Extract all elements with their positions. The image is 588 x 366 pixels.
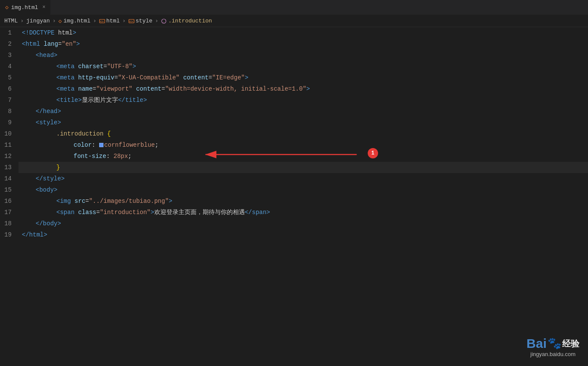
breadcrumb-sep-5: ›	[155, 18, 159, 24]
code-line-active: }	[19, 162, 588, 173]
breadcrumb-sep-4: ›	[122, 18, 126, 24]
breadcrumb-sep-1: ›	[20, 18, 24, 24]
code-line: <body>	[19, 184, 588, 196]
code-line: <title>显示图片文字</title>	[19, 95, 588, 106]
baidu-watermark: Bai 🐾 经验 jingyan.baidu.com	[526, 336, 579, 357]
code-line: <!DOCTYPE html>	[19, 27, 588, 38]
breadcrumb-sep-3: ›	[93, 18, 97, 24]
breadcrumb-html-tag: <> html	[99, 18, 120, 24]
tab-item[interactable]: ◇ img.html ×	[0, 0, 51, 15]
code-line: </head>	[19, 106, 588, 117]
annotation-badge: 1	[368, 147, 378, 158]
tab-close-button[interactable]: ×	[42, 4, 45, 10]
code-line: </html>	[19, 229, 588, 240]
baidu-url: jingyan.baidu.com	[526, 351, 579, 357]
breadcrumb-sep-2: ›	[53, 18, 56, 24]
baidu-paw-icon: 🐾	[547, 337, 561, 350]
code-line: <meta charset="UTF-8">	[19, 61, 588, 72]
tab-bar: ◇ img.html ×	[0, 0, 588, 15]
baidu-jingyan-text: 经验	[562, 338, 579, 350]
code-line: <img src="../images/tubiao.png">	[19, 196, 588, 207]
svg-text:<>: <>	[100, 20, 103, 23]
editor: 1 2 3 4 5 6 7 8 9 10 11 12 13 14 15 16 1…	[0, 27, 588, 366]
baidu-logo-text: Bai	[526, 336, 547, 351]
breadcrumb: HTML › jingyan › ◇ img.html › <> html › …	[0, 15, 588, 27]
code-line: <html lang="en">	[19, 38, 588, 50]
code-line: <span class="introduction">欢迎登录主页面，期待与你的…	[19, 207, 588, 218]
svg-text:<>: <>	[129, 20, 133, 23]
code-area[interactable]: <!DOCTYPE html> <html lang="en"> <head> …	[19, 27, 588, 366]
code-line: <meta name="viewport" content="width=dev…	[19, 83, 588, 95]
tab-filename: img.html	[11, 4, 38, 11]
code-line: <style>	[19, 117, 588, 128]
code-line: font-size: 28px;	[19, 151, 588, 162]
code-line: .introduction {	[19, 128, 588, 139]
color-swatch	[99, 143, 103, 147]
breadcrumb-imghtml: img.html	[63, 18, 90, 24]
svg-text:.: .	[163, 20, 164, 23]
code-line: <head>	[19, 50, 588, 61]
line-numbers: 1 2 3 4 5 6 7 8 9 10 11 12 13 14 15 16 1…	[0, 27, 19, 366]
code-line: color: cornflowerblue;	[19, 139, 588, 151]
tab-file-icon: ◇	[5, 4, 9, 11]
code-line: <meta http-equiv="X-UA-Compatible" conte…	[19, 72, 588, 83]
breadcrumb-code-icon: ◇	[58, 18, 62, 25]
code-line: </body>	[19, 218, 588, 229]
breadcrumb-introduction: . .introduction	[161, 18, 212, 24]
breadcrumb-jingyan: jingyan	[26, 18, 50, 24]
breadcrumb-html: HTML	[4, 18, 18, 24]
breadcrumb-style-tag: <> style	[128, 18, 153, 24]
code-line: </style>	[19, 173, 588, 184]
